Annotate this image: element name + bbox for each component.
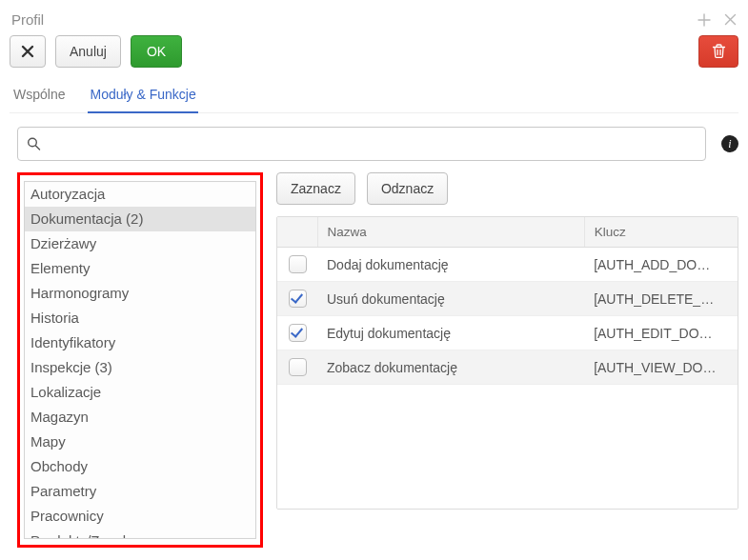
module-item[interactable]: Dzierżawy <box>25 231 255 256</box>
column-checkbox[interactable] <box>277 217 317 248</box>
module-item[interactable]: Pracownicy <box>25 504 255 529</box>
ok-button[interactable]: OK <box>131 35 182 68</box>
tabs: Wspólne Moduły & Funkcje <box>10 81 738 113</box>
search-input[interactable] <box>17 127 706 161</box>
row-checkbox[interactable] <box>289 324 307 342</box>
window-close-icon[interactable] <box>724 13 737 27</box>
row-key: [AUTH_VIEW_DO… <box>584 350 738 385</box>
table-row[interactable]: Usuń dokumentację[AUTH_DELETE_… <box>277 282 738 316</box>
module-item[interactable]: Autoryzacja <box>25 182 255 207</box>
module-item[interactable]: Inspekcje (3) <box>25 355 255 380</box>
module-item[interactable]: Lokalizacje <box>25 380 255 405</box>
trash-icon <box>712 44 726 59</box>
row-name: Dodaj dokumentację <box>317 248 584 282</box>
module-item[interactable]: Historia <box>25 306 255 330</box>
row-key: [AUTH_ADD_DO… <box>584 248 738 282</box>
row-name: Usuń dokumentację <box>317 282 584 316</box>
select-all-button[interactable]: Zaznacz <box>276 172 355 205</box>
delete-button[interactable] <box>698 35 738 68</box>
row-checkbox[interactable] <box>289 358 307 376</box>
module-item[interactable]: Dokumentacja (2) <box>25 207 255 231</box>
module-list[interactable]: AutoryzacjaDokumentacja (2)DzierżawyElem… <box>24 181 256 539</box>
permissions-grid: Nazwa Klucz Dodaj dokumentację[AUTH_ADD_… <box>276 216 738 510</box>
module-item[interactable]: Mapy <box>25 430 255 454</box>
search-box <box>17 127 706 161</box>
column-key[interactable]: Klucz <box>584 217 738 248</box>
column-name[interactable]: Nazwa <box>317 217 584 248</box>
module-item[interactable]: Identyfikatory <box>25 330 255 355</box>
window-add-icon[interactable] <box>697 13 711 27</box>
module-item[interactable]: Obchody <box>25 454 255 479</box>
row-name: Edytuj dokumentację <box>317 316 584 350</box>
cancel-button[interactable]: Anuluj <box>55 35 121 68</box>
module-item[interactable]: Produkty/Zasoby <box>25 529 255 539</box>
row-checkbox[interactable] <box>289 290 307 308</box>
table-row[interactable]: Dodaj dokumentację[AUTH_ADD_DO… <box>277 248 738 282</box>
row-key: [AUTH_DELETE_… <box>584 282 738 316</box>
module-item[interactable]: Parametry <box>25 479 255 504</box>
module-item[interactable]: Elementy <box>25 256 255 281</box>
module-item[interactable]: Harmonogramy <box>25 281 255 306</box>
info-icon[interactable]: i <box>721 135 738 152</box>
deselect-all-button[interactable]: Odznacz <box>367 172 448 205</box>
table-row[interactable]: Zobacz dokumentację[AUTH_VIEW_DO… <box>277 350 738 385</box>
module-item[interactable]: Magazyn <box>25 405 255 430</box>
tab-common[interactable]: Wspólne <box>11 81 67 112</box>
tab-modules-functions[interactable]: Moduły & Funkcje <box>88 81 197 113</box>
close-icon <box>21 45 34 58</box>
table-row[interactable]: Edytuj dokumentację[AUTH_EDIT_DO… <box>277 316 738 350</box>
close-button[interactable] <box>10 35 46 68</box>
window-title: Profil <box>11 11 44 28</box>
row-name: Zobacz dokumentację <box>317 350 584 385</box>
search-icon <box>27 137 41 151</box>
module-list-highlight: AutoryzacjaDokumentacja (2)DzierżawyElem… <box>17 172 263 548</box>
row-key: [AUTH_EDIT_DO… <box>584 316 738 350</box>
row-checkbox[interactable] <box>289 255 307 273</box>
